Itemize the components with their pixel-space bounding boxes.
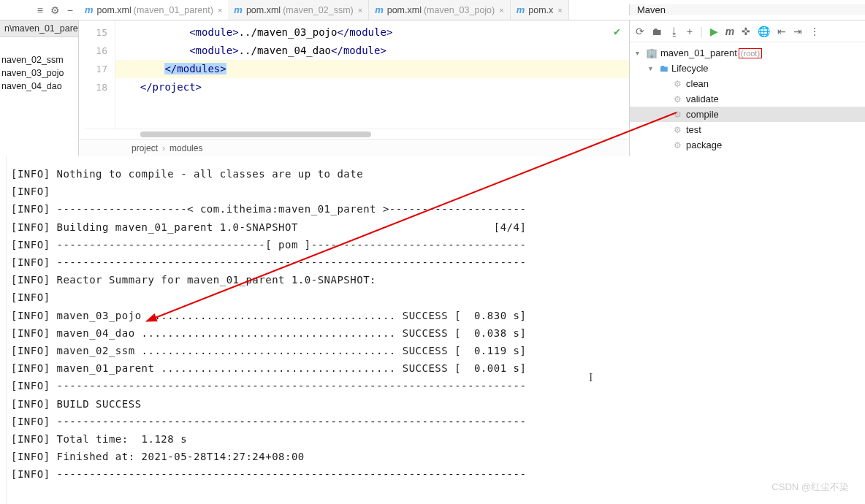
refresh-icon[interactable]: ⟳	[636, 26, 644, 37]
tab-pom-parent[interactable]: m pom.xml (maven_01_parent) ×	[79, 0, 228, 20]
project-panel: n\maven_01_paren naven_02_ssm naven_03_p…	[0, 20, 79, 156]
gutter: 15161718	[79, 20, 115, 129]
maven-icon: m	[234, 4, 243, 15]
close-icon[interactable]: ×	[557, 6, 562, 15]
root-badge: (root)	[739, 48, 762, 58]
close-icon[interactable]: ×	[499, 6, 503, 15]
maven-icon: m	[85, 4, 94, 15]
gear-icon: ⚙	[674, 110, 682, 120]
collapse-icon[interactable]: ⇤	[777, 26, 786, 37]
project-tab[interactable]: n\maven_01_paren	[0, 20, 78, 37]
download-icon[interactable]: ⭳	[669, 26, 679, 37]
gear-icon: ⚙	[674, 125, 682, 135]
tab-pom-truncated[interactable]: m pom.x ×	[511, 0, 569, 20]
skip-tests-icon[interactable]: ✜	[742, 26, 750, 37]
maven-toolbar: ⟳ 🖿 ⭳ + | ▶ m ✜ 🌐 ⇤ ⇥ ⋮	[630, 20, 865, 42]
minus-icon[interactable]: −	[67, 4, 73, 16]
code-pane[interactable]: ✔ <module>../maven_03_pojo</module> <mod…	[115, 20, 629, 129]
maven-icon: m	[375, 4, 384, 15]
maven-panel: ⟳ 🖿 ⭳ + | ▶ m ✜ 🌐 ⇤ ⇥ ⋮ ▾ 🏢 maven_01_par…	[629, 20, 865, 156]
close-icon[interactable]: ×	[358, 6, 362, 15]
check-icon: ✔	[614, 25, 620, 38]
expand-icon[interactable]: ⇥	[793, 26, 802, 37]
goal-compile[interactable]: ⚙compile	[630, 107, 865, 122]
maven-module-icon: 🏢	[646, 47, 658, 58]
goal-test[interactable]: ⚙test	[630, 122, 865, 137]
web-icon[interactable]: 🌐	[758, 26, 770, 37]
project-item[interactable]: naven_03_pojo	[0, 66, 78, 80]
maven-m-icon[interactable]: m	[725, 26, 734, 37]
goal-validate[interactable]: ⚙validate	[630, 91, 865, 107]
gear-icon: ⚙	[674, 140, 682, 150]
close-icon[interactable]: ×	[218, 6, 222, 15]
icon-list[interactable]: ≡	[37, 4, 43, 16]
goal-package[interactable]: ⚙package	[630, 137, 865, 153]
text-cursor: I	[589, 371, 592, 384]
tab-pom-ssm[interactable]: m pom.xml (maven_02_ssm) ×	[228, 0, 369, 20]
tab-pom-pojo[interactable]: m pom.xml (maven_03_pojo) ×	[369, 0, 511, 20]
chevron-down-icon: ▾	[636, 49, 646, 57]
lifecycle-node[interactable]: ▾ 🖿 Lifecycle	[630, 61, 865, 76]
maven-tree: ▾ 🏢 maven_01_parent (root) ▾ 🖿 Lifecycle…	[630, 42, 865, 156]
editor[interactable]: 15161718 ✔ <module>../maven_03_pojo</mod…	[79, 20, 629, 156]
console-output[interactable]: [INFO] Nothing to compile - all classes …	[6, 156, 865, 504]
maven-icon: m	[517, 4, 525, 15]
gear-icon: ⚙	[674, 79, 682, 89]
breadcrumb[interactable]: project › modules	[79, 139, 629, 156]
maven-panel-title: Maven	[629, 4, 865, 15]
horizontal-scrollbar[interactable]	[85, 129, 623, 139]
run-icon[interactable]: ▶	[710, 26, 718, 37]
more-icon[interactable]: ⋮	[809, 26, 820, 37]
folder-icon: 🖿	[659, 63, 668, 74]
add-icon[interactable]: +	[687, 26, 693, 37]
left-toolbar: ≡ ⚙ −	[0, 4, 79, 16]
project-item[interactable]: naven_02_ssm	[0, 53, 78, 66]
editor-tabs: m pom.xml (maven_01_parent) × m pom.xml …	[79, 0, 629, 20]
gear-icon[interactable]: ⚙	[50, 4, 60, 16]
generate-icon[interactable]: 🖿	[652, 26, 662, 37]
maven-root-node[interactable]: ▾ 🏢 maven_01_parent (root)	[630, 45, 865, 61]
watermark: CSDN @红尘不染	[771, 481, 849, 494]
chevron-down-icon: ▾	[649, 64, 659, 72]
goal-clean[interactable]: ⚙clean	[630, 76, 865, 91]
project-item[interactable]: naven_04_dao	[0, 80, 78, 93]
gear-icon: ⚙	[674, 94, 682, 104]
